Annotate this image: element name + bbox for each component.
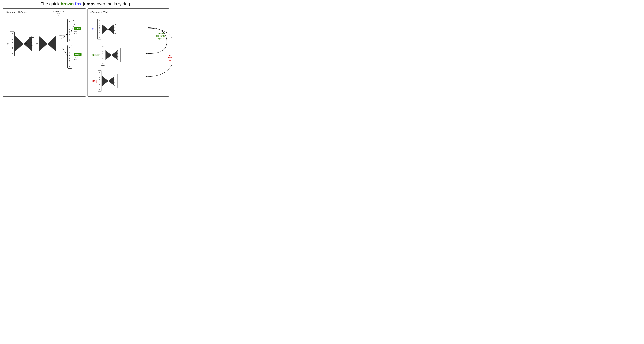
output-vector-1: 0.1000.0 bbox=[67, 19, 72, 42]
right-panel-title: Skipgram + NCE bbox=[90, 11, 166, 14]
brown-row: Brown 0.0010.0 U P1P2P3P4 bbox=[92, 44, 125, 66]
fox-label: Fox bbox=[92, 28, 97, 31]
target-label-1: Target: 1 bbox=[156, 38, 165, 40]
brown-hidden-vec: P1P2P3P4 bbox=[116, 48, 120, 62]
input-vector: 0.0010.0 bbox=[10, 31, 14, 56]
output-vectors: 0.1000.0 Brown Lazy The 0.1000.0 Jumps L… bbox=[67, 19, 82, 68]
main-panels: Skipgram + Softmax Cross-entropyloss ↓ F… bbox=[3, 8, 169, 97]
dog-row: Dog 0.0010.0 U N1N2N3N4 bbox=[92, 70, 122, 92]
right-diagram: Fox 0.0010.0 W h1h2h3h4 Brown 0.0010.0 U… bbox=[90, 14, 166, 94]
cosine-sim-2-group: Cosinesimilarity Target: 0 bbox=[168, 54, 172, 62]
hidden-vector: h1h2h3h4 bbox=[29, 37, 34, 50]
right-panel: Skipgram + NCE Fox 0.0010.0 W h1h2h3h4 B… bbox=[88, 8, 169, 97]
dog-input-vec: 0.0010.0 bbox=[98, 70, 102, 92]
badge-brown: Brown bbox=[74, 27, 81, 30]
brown-U-label: U bbox=[113, 54, 114, 56]
cosine-label-2: Cosinesimilarity bbox=[168, 54, 172, 59]
left-panel: Skipgram + Softmax Cross-entropyloss ↓ F… bbox=[3, 8, 86, 97]
output-vector-2: 0.1000.0 bbox=[67, 45, 72, 68]
label-group-1: Brown Lazy The bbox=[74, 27, 81, 34]
dog-label: Dog bbox=[92, 80, 97, 83]
output-row-1: 0.1000.0 Brown Lazy The bbox=[67, 19, 82, 42]
fox-row: Fox 0.0010.0 W h1h2h3h4 bbox=[92, 19, 122, 40]
fox-input-vec: 0.0010.0 bbox=[98, 19, 101, 40]
lazy-label-2: Lazy bbox=[74, 56, 82, 58]
left-panel-title: Skipgram + Softmax bbox=[6, 11, 83, 14]
softmax-label: Softmax bbox=[59, 35, 66, 37]
output-row-2: 0.1000.0 Jumps Lazy The bbox=[67, 45, 82, 68]
the-label-2: The bbox=[74, 59, 82, 61]
badge-jumps: Jumps bbox=[74, 53, 82, 56]
fox-input-label: Fox bbox=[6, 43, 9, 45]
lazy-label-1: Lazy bbox=[74, 30, 81, 32]
dog-hidden-vec: N1N2N3N4 bbox=[113, 74, 118, 88]
left-diagram: Fox 0.0010.0 W h1h2h3h4 U bbox=[6, 19, 83, 68]
brown-input-vec: 0.0010.0 bbox=[101, 44, 105, 66]
fox-W-shape bbox=[102, 24, 114, 34]
U-label: U bbox=[36, 42, 38, 45]
fox-hidden-vec: h1h2h3h4 bbox=[113, 22, 117, 36]
fox-W-label: W bbox=[109, 28, 111, 30]
W-label: W bbox=[25, 42, 27, 45]
brown-U-shape bbox=[106, 50, 118, 60]
cosine-sim-1-group: Cosinesimilarity Target: 1 bbox=[156, 32, 165, 40]
target-label-2: Target: 0 bbox=[168, 59, 172, 62]
cosine-label-1: Cosinesimilarity bbox=[156, 32, 165, 37]
label-group-2: Jumps Lazy The bbox=[74, 53, 82, 61]
dog-U-shape bbox=[102, 76, 114, 86]
U-matrix-shape bbox=[39, 36, 56, 51]
dog-U-label: U bbox=[110, 80, 111, 82]
brown-label: Brown bbox=[92, 54, 100, 57]
the-label-1: The bbox=[74, 32, 81, 34]
page-title: The quick brown fox jumps over the lazy … bbox=[3, 1, 169, 6]
